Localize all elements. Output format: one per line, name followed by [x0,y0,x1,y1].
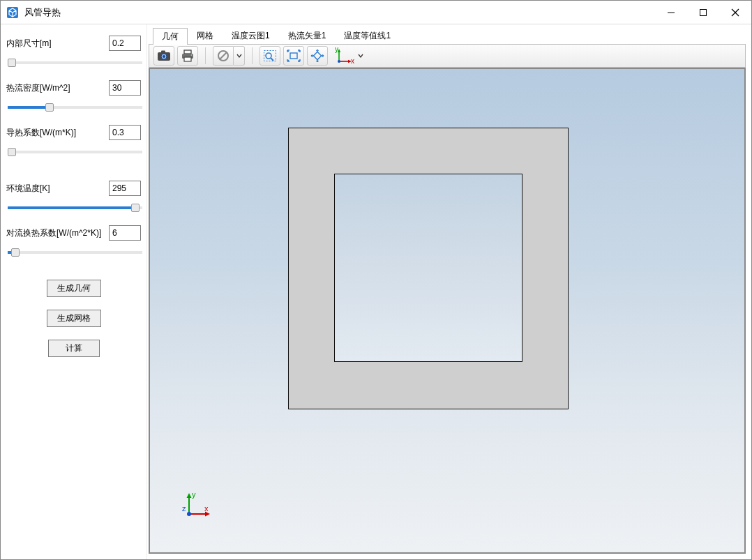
conductivity-input[interactable] [109,125,141,140]
triad-z-label: z [182,504,186,513]
compute-button[interactable]: 计算 [48,340,100,357]
param-label: 热流密度[W/m^2] [6,82,70,94]
camera-icon [157,50,171,62]
svg-rect-11 [184,57,191,61]
main-panel: 几何 网格 温度云图1 热流矢量1 温度等值线1 [147,24,751,559]
screenshot-button[interactable] [153,46,174,66]
convection-slider[interactable] [6,246,141,256]
chevron-down-icon [236,53,242,59]
svg-point-8 [163,55,165,58]
svg-line-14 [220,52,227,59]
view-tabs: 几何 网格 温度云图1 热流矢量1 温度等值线1 [147,27,747,44]
zoom-box-icon [263,50,277,62]
orientation-triad: y x z [179,490,213,523]
sidebar: 内部尺寸[m] 热流密度[W/m^2] 导热系数[W/(m*K)] 环境温度[K… [1,24,147,559]
close-icon [731,8,739,17]
close-button[interactable] [719,1,751,24]
svg-point-22 [338,60,340,63]
axis-x-label: x [351,57,354,65]
heat-flux-slider[interactable] [6,101,141,111]
param-inner-size: 内部尺寸[m] [6,36,141,51]
param-label: 内部尺寸[m] [6,38,52,50]
conductivity-slider[interactable] [6,146,141,156]
param-conductivity: 导热系数[W/(m*K)] [6,125,141,140]
param-label: 环境温度[K] [6,183,50,195]
geometry-inner-square [334,174,522,362]
tab-temp-cloud[interactable]: 温度云图1 [223,27,279,44]
svg-rect-6 [161,51,165,53]
ambient-temp-input[interactable] [109,181,141,196]
app-icon [6,6,19,19]
zoom-box-button[interactable] [260,46,280,66]
param-label: 对流换热系数[W/(m^2*K)] [6,227,101,239]
axis-y-label: y [335,45,338,53]
zoom-reset-icon [310,50,324,62]
triad-y-label: y [192,490,196,499]
svg-rect-2 [700,9,707,15]
minimize-button[interactable] [655,1,687,24]
no-entry-icon [217,50,230,62]
action-buttons: 生成几何 生成网格 计算 [6,280,141,357]
param-heat-flux: 热流密度[W/m^2] [6,80,141,96]
axis-indicator: y x [333,46,364,66]
print-button[interactable] [177,46,198,66]
tab-heatflux-vector[interactable]: 热流矢量1 [279,27,336,44]
axis-view-dropdown[interactable] [357,53,364,59]
chevron-down-icon [358,53,363,59]
param-convection: 对流换热系数[W/(m^2*K)] [6,225,141,241]
svg-point-25 [187,512,191,516]
toolbar-separator [205,47,206,64]
param-ambient-temp: 环境温度[K] [6,181,141,196]
svg-rect-18 [290,53,297,59]
inner-size-input[interactable] [109,36,141,51]
reset-zoom-button[interactable] [307,46,328,66]
convection-input[interactable] [109,225,141,241]
svg-point-16 [266,53,271,59]
canvas-toolbar: y x [149,44,746,68]
minimize-icon [667,8,675,17]
sceneview-dropdown[interactable] [213,46,245,66]
printer-icon [181,50,195,62]
viewport-canvas[interactable]: y x z [149,68,746,554]
zoom-extents-button[interactable] [283,46,304,66]
app-window: 风管导热 内部尺寸[m] 热流密度[W/m^2] 导热系数[W/( [0,0,752,560]
maximize-button[interactable] [687,1,719,24]
tab-temp-isoline[interactable]: 温度等值线1 [335,27,400,44]
triad-x-label: x [204,504,209,513]
generate-geometry-button[interactable]: 生成几何 [47,280,101,297]
svg-line-17 [271,58,273,61]
tab-geometry[interactable]: 几何 [153,28,188,45]
tab-mesh[interactable]: 网格 [188,27,223,44]
svg-rect-19 [313,52,321,59]
svg-point-12 [191,54,193,56]
titlebar: 风管导热 [1,1,751,24]
toolbar-separator [252,47,253,64]
inner-size-slider[interactable] [6,56,141,66]
param-label: 导热系数[W/(m*K)] [6,127,76,139]
ambient-temp-slider[interactable] [6,202,141,211]
fit-view-icon [287,50,301,62]
window-title: 风管导热 [24,6,61,19]
maximize-icon [699,8,707,17]
svg-rect-9 [184,50,191,54]
heat-flux-input[interactable] [109,80,141,96]
generate-mesh-button[interactable]: 生成网格 [47,310,101,327]
